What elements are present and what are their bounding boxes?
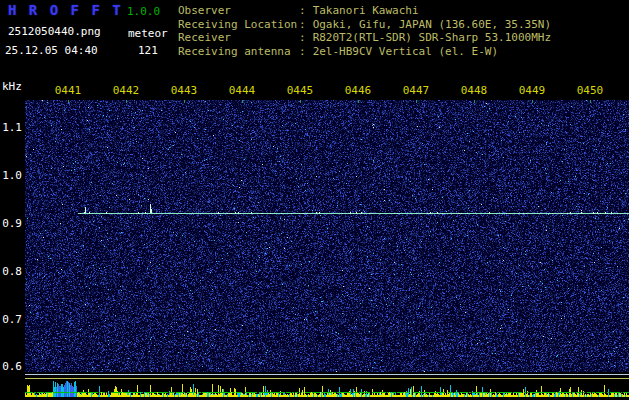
location-row: Receiving Location:Ogaki, Gifu, JAPAN (1… — [178, 18, 551, 32]
time-tick-label: 0443 — [169, 84, 199, 97]
separator: : — [299, 4, 306, 18]
freq-tick-label: 0.7 — [0, 313, 22, 326]
hrofft-window: H R O F F T 1.0.0 2512050440.png meteor … — [0, 0, 629, 400]
freq-tick-label: 1.1 — [0, 121, 22, 134]
receiver-value: R820T2(RTL-SDR) SDR-Sharp 53.1000MHz — [313, 31, 551, 44]
time-tick-label: 0449 — [517, 84, 547, 97]
time-tick-label: 0450 — [575, 84, 605, 97]
station-info: Observer:Takanori Kawachi Receiving Loca… — [178, 4, 551, 58]
freq-unit-label: kHz — [2, 80, 22, 93]
antenna-value: 2el-HB9CV Vertical (el. E-W) — [313, 45, 498, 58]
separator: : — [299, 31, 306, 45]
time-tick-label: 0444 — [227, 84, 257, 97]
freq-tick-label: 1.0 — [0, 169, 22, 182]
mode-label: meteor — [128, 27, 168, 40]
time-tick-label: 0446 — [343, 84, 373, 97]
time-tick-label: 0441 — [53, 84, 83, 97]
antenna-label: Receiving antenna — [178, 45, 299, 59]
capture-datetime: 25.12.05 04:40 — [5, 44, 98, 57]
freq-tick-label: 0.8 — [0, 265, 22, 278]
capture-filename: 2512050440.png — [8, 25, 101, 38]
receiver-label: Receiver — [178, 31, 299, 45]
location-value: Ogaki, Gifu, JAPAN (136.60E, 35.35N) — [313, 18, 551, 31]
location-label: Receiving Location — [178, 18, 299, 32]
echo-count: 121 — [138, 44, 158, 57]
time-tick-label: 0445 — [285, 84, 315, 97]
freq-tick-label: 0.6 — [0, 360, 22, 373]
separator: : — [299, 18, 306, 32]
app-version: 1.0.0 — [127, 5, 160, 18]
app-title: H R O F F T — [8, 2, 123, 18]
separator: : — [299, 45, 306, 59]
receiver-row: Receiver:R820T2(RTL-SDR) SDR-Sharp 53.10… — [178, 31, 551, 45]
time-tick-label: 0442 — [111, 84, 141, 97]
observer-row: Observer:Takanori Kawachi — [178, 4, 551, 18]
time-tick-label: 0447 — [401, 84, 431, 97]
antenna-row: Receiving antenna:2el-HB9CV Vertical (el… — [178, 45, 551, 59]
time-tick-label: 0448 — [459, 84, 489, 97]
observer-value: Takanori Kawachi — [313, 4, 419, 17]
freq-tick-label: 0.9 — [0, 217, 22, 230]
spectrogram-canvas — [25, 98, 629, 398]
observer-label: Observer — [178, 4, 299, 18]
